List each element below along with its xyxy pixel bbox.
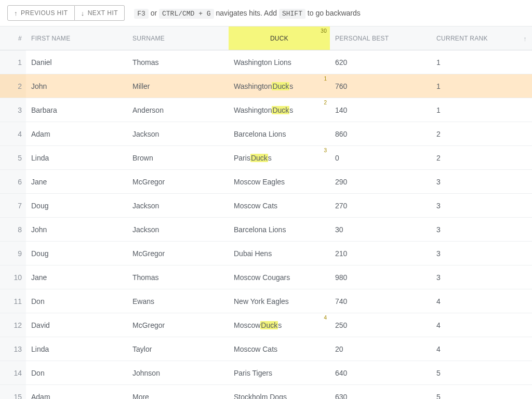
- cell-number: 13: [0, 337, 26, 361]
- cell-personal-best: 30: [330, 218, 431, 241]
- table-row[interactable]: 12DavidMcGregorMoscow Ducks42504: [0, 313, 532, 337]
- cell-current-rank: 4: [431, 337, 532, 361]
- cell-first-name: Doug: [26, 242, 127, 265]
- cell-number: 1: [0, 50, 26, 74]
- cell-surname: Miller: [127, 74, 229, 98]
- cell-surname: McGregor: [127, 313, 229, 337]
- cell-surname: Jackson: [127, 194, 229, 217]
- col-current-rank[interactable]: CURRENT RANK ↑: [431, 26, 532, 50]
- cell-team: Paris Tigers: [229, 361, 330, 384]
- cell-number: 6: [0, 170, 26, 193]
- arrow-up-icon: ↑: [14, 10, 18, 17]
- cell-current-rank: 1: [431, 50, 532, 74]
- table-row[interactable]: 5LindaBrownParis Ducks302: [0, 146, 532, 170]
- col-team-search[interactable]: DUCK 30: [229, 26, 330, 50]
- cell-surname: Brown: [127, 146, 229, 169]
- search-hit: Duck: [260, 321, 278, 329]
- table-row[interactable]: 15AdamMoreStockholm Dogs6305: [0, 385, 532, 399]
- cell-personal-best: 740: [330, 289, 431, 313]
- sort-asc-icon: ↑: [523, 34, 527, 42]
- kbd-ctrl-g: CTRL/CMD + G: [159, 9, 214, 19]
- cell-first-name: Jane: [26, 170, 127, 193]
- cell-first-name: Jane: [26, 265, 127, 289]
- cell-surname: Thomas: [127, 265, 229, 289]
- cell-team: Washington Ducks2: [229, 98, 330, 122]
- cell-number: 7: [0, 194, 26, 217]
- cell-personal-best: 270: [330, 194, 431, 217]
- search-hit: Duck: [250, 154, 268, 162]
- cell-personal-best: 620: [330, 50, 431, 74]
- cell-current-rank: 3: [431, 170, 532, 193]
- search-hit: Duck: [272, 82, 289, 90]
- hit-count-badge: 30: [321, 28, 327, 34]
- cell-personal-best: 640: [330, 361, 431, 384]
- keyboard-hint: F3 or CTRL/CMD + G navigates hits. Add S…: [134, 9, 361, 18]
- col-first-name[interactable]: FIRST NAME: [26, 26, 127, 50]
- cell-current-rank: 5: [431, 385, 532, 399]
- cell-current-rank: 2: [431, 122, 532, 145]
- col-personal-best[interactable]: PERSONAL BEST: [330, 26, 431, 50]
- cell-current-rank: 2: [431, 146, 532, 169]
- cell-surname: Jackson: [127, 122, 229, 145]
- cell-number: 14: [0, 361, 26, 384]
- table-row[interactable]: 2JohnMillerWashington Ducks17601: [0, 74, 532, 98]
- cell-current-rank: 1: [431, 98, 532, 122]
- cell-surname: More: [127, 385, 229, 399]
- cell-current-rank: 4: [431, 313, 532, 337]
- table-row[interactable]: 6JaneMcGregorMoscow Eagles2903: [0, 170, 532, 194]
- cell-team: Moscow Cats: [229, 337, 330, 361]
- cell-first-name: Barbara: [26, 98, 127, 122]
- cell-number: 5: [0, 146, 26, 169]
- table-row[interactable]: 14DonJohnsonParis Tigers6405: [0, 361, 532, 385]
- table-row[interactable]: 1DanielThomasWashington Lions6201: [0, 50, 532, 74]
- arrow-down-icon: ↓: [81, 10, 85, 17]
- table-row[interactable]: 8JohnJacksonBarcelona Lions303: [0, 218, 532, 242]
- table-row[interactable]: 9DougMcGregorDubai Hens2103: [0, 242, 532, 265]
- table-row[interactable]: 7DougJacksonMoscow Cats2703: [0, 194, 532, 218]
- cell-first-name: Adam: [26, 122, 127, 145]
- cell-number: 2: [0, 74, 26, 98]
- col-surname[interactable]: SURNAME: [127, 26, 229, 50]
- hit-index-badge: 3: [324, 148, 327, 153]
- cell-surname: Taylor: [127, 337, 229, 361]
- table-row[interactable]: 4AdamJacksonBarcelona Lions8602: [0, 122, 532, 146]
- cell-current-rank: 3: [431, 218, 532, 241]
- cell-first-name: Linda: [26, 337, 127, 361]
- cell-current-rank: 3: [431, 242, 532, 265]
- cell-team: Moscow Cats: [229, 194, 330, 217]
- cell-surname: Anderson: [127, 98, 229, 122]
- search-hit: Duck: [272, 106, 289, 114]
- kbd-shift: SHIFT: [279, 9, 305, 19]
- cell-team: Washington Ducks1: [229, 74, 330, 98]
- cell-team: Moscow Cougars: [229, 265, 330, 289]
- hit-index-badge: 4: [324, 315, 327, 321]
- cell-team: Barcelona Lions: [229, 218, 330, 241]
- cell-first-name: Daniel: [26, 50, 127, 74]
- cell-current-rank: 1: [431, 74, 532, 98]
- cell-surname: Ewans: [127, 289, 229, 313]
- cell-number: 3: [0, 98, 26, 122]
- cell-first-name: Don: [26, 361, 127, 384]
- col-number[interactable]: #: [0, 26, 26, 50]
- cell-team: Paris Ducks3: [229, 146, 330, 169]
- cell-current-rank: 3: [431, 194, 532, 217]
- grid-body: 1DanielThomasWashington Lions62012JohnMi…: [0, 50, 532, 399]
- table-row[interactable]: 3BarbaraAndersonWashington Ducks21401: [0, 98, 532, 122]
- cell-first-name: Don: [26, 289, 127, 313]
- table-row[interactable]: 11DonEwansNew York Eagles7404: [0, 289, 532, 313]
- cell-surname: Jackson: [127, 218, 229, 241]
- cell-number: 11: [0, 289, 26, 313]
- cell-personal-best: 0: [330, 146, 431, 169]
- next-hit-button[interactable]: ↓ NEXT HIT: [75, 5, 125, 21]
- cell-current-rank: 4: [431, 289, 532, 313]
- previous-hit-label: PREVIOUS HIT: [21, 9, 68, 17]
- cell-first-name: Adam: [26, 385, 127, 399]
- cell-first-name: David: [26, 313, 127, 337]
- cell-personal-best: 860: [330, 122, 431, 145]
- kbd-f3: F3: [134, 9, 149, 19]
- previous-hit-button[interactable]: ↑ PREVIOUS HIT: [7, 5, 75, 21]
- table-row[interactable]: 10JaneThomasMoscow Cougars9803: [0, 265, 532, 289]
- cell-first-name: Linda: [26, 146, 127, 169]
- cell-team: Barcelona Lions: [229, 122, 330, 145]
- table-row[interactable]: 13LindaTaylorMoscow Cats204: [0, 337, 532, 361]
